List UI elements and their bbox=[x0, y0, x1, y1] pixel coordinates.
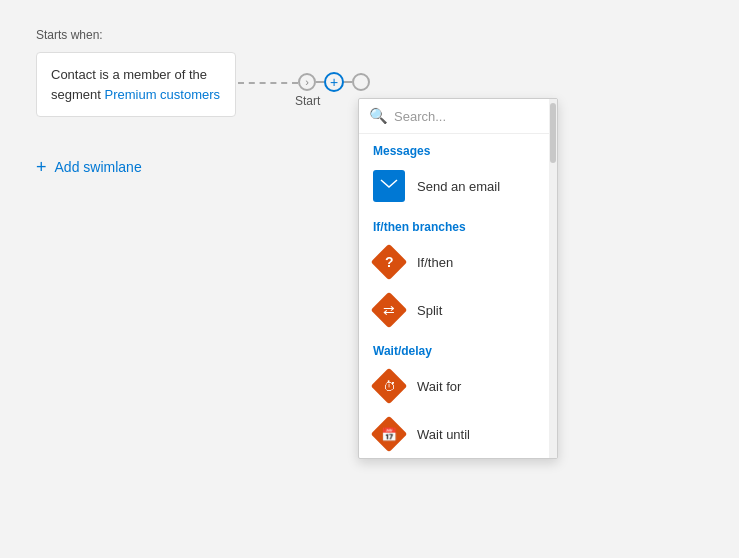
panel-content: Messages Send an email If/then branches bbox=[359, 134, 557, 458]
wait-until-icon-diamond: 📅 bbox=[371, 416, 408, 453]
split-label: Split bbox=[417, 303, 442, 318]
section-messages: Messages bbox=[359, 134, 557, 162]
email-icon bbox=[373, 170, 405, 202]
menu-item-split[interactable]: ⇄ Split bbox=[359, 286, 557, 334]
add-swimlane-label: Add swimlane bbox=[55, 159, 142, 175]
solid-line-1 bbox=[316, 81, 324, 83]
wait-for-icon-symbol: ⏱ bbox=[383, 379, 396, 394]
starts-when-label: Starts when: bbox=[36, 28, 103, 42]
solid-line-2 bbox=[344, 81, 352, 83]
menu-item-wait-for[interactable]: ⏱ Wait for bbox=[359, 362, 557, 410]
scrollbar-thumb[interactable] bbox=[550, 103, 556, 163]
add-step-button[interactable]: + bbox=[324, 72, 344, 92]
send-email-label: Send an email bbox=[417, 179, 500, 194]
ifthen-icon-diamond: ? bbox=[371, 244, 408, 281]
search-input[interactable] bbox=[394, 109, 547, 124]
ifthen-label: If/then bbox=[417, 255, 453, 270]
canvas: Starts when: Contact is a member of the … bbox=[0, 0, 739, 558]
start-label: Start bbox=[295, 94, 320, 108]
menu-item-send-email[interactable]: Send an email bbox=[359, 162, 557, 210]
segment-link[interactable]: Premium customers bbox=[104, 87, 220, 102]
search-icon: 🔍 bbox=[369, 107, 388, 125]
split-icon-diamond: ⇄ bbox=[371, 292, 408, 329]
add-swimlane-icon: + bbox=[36, 158, 47, 176]
section-ifthen: If/then branches bbox=[359, 210, 557, 238]
arrow-circle: › bbox=[298, 73, 316, 91]
wait-until-icon-wrapper: 📅 bbox=[373, 418, 405, 450]
menu-item-wait-until[interactable]: 📅 Wait until bbox=[359, 410, 557, 458]
ifthen-icon-symbol: ? bbox=[385, 254, 394, 270]
wait-until-icon-symbol: 📅 bbox=[381, 427, 397, 442]
end-circle bbox=[352, 73, 370, 91]
search-bar: 🔍 bbox=[359, 99, 557, 134]
split-icon-wrapper: ⇄ bbox=[373, 294, 405, 326]
start-card: Contact is a member of the segment Premi… bbox=[36, 52, 236, 117]
ifthen-icon-wrapper: ? bbox=[373, 246, 405, 278]
add-swimlane-button[interactable]: + Add swimlane bbox=[36, 158, 142, 176]
add-element-dropdown: 🔍 Messages Send an email bbox=[358, 98, 558, 459]
wait-for-icon-diamond: ⏱ bbox=[371, 368, 408, 405]
menu-item-ifthen[interactable]: ? If/then bbox=[359, 238, 557, 286]
dashed-line bbox=[238, 82, 298, 84]
wait-for-label: Wait for bbox=[417, 379, 461, 394]
connector: › + bbox=[238, 72, 370, 92]
scrollbar-track bbox=[549, 99, 557, 458]
wait-until-label: Wait until bbox=[417, 427, 470, 442]
split-icon-symbol: ⇄ bbox=[383, 302, 395, 318]
wait-for-icon-wrapper: ⏱ bbox=[373, 370, 405, 402]
section-wait: Wait/delay bbox=[359, 334, 557, 362]
